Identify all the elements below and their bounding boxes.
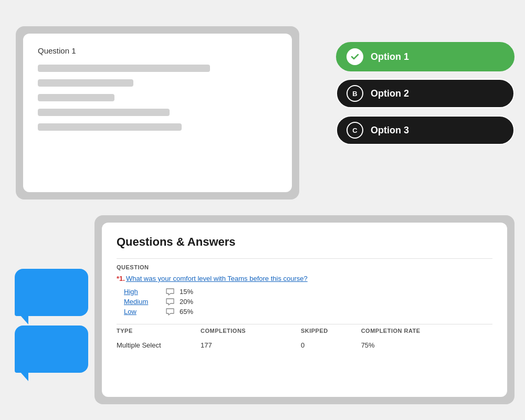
quiz-card-title: Question 1 <box>38 46 277 55</box>
qa-answer-pct-medium: 20% <box>180 298 193 306</box>
comment-icon-1 <box>166 288 174 296</box>
stats-col-skipped: SKIPPED <box>301 324 361 338</box>
qa-answer-row-1: High 15% <box>124 288 492 296</box>
quiz-card: Question 1 <box>23 34 292 192</box>
quiz-line-4 <box>38 109 170 116</box>
chat-bubble-2 <box>15 326 88 373</box>
stats-col-rate: COMPLETION RATE <box>361 324 492 338</box>
option-1[interactable]: Option 1 <box>336 42 514 71</box>
qa-divider-top <box>117 258 492 259</box>
option-1-label: Option 1 <box>371 51 409 62</box>
qa-answer-link-low[interactable]: Low <box>124 308 161 316</box>
stats-col-type: TYPE <box>117 324 201 338</box>
option-2[interactable]: B Option 2 <box>336 79 514 108</box>
stats-data-row: Multiple Select 177 0 75% <box>117 337 492 353</box>
option-3[interactable]: C Option 3 <box>336 116 514 145</box>
qa-question-link[interactable]: What was your comfort level with Teams b… <box>126 275 308 282</box>
qa-stats-table: TYPE COMPLETIONS SKIPPED COMPLETION RATE… <box>117 324 492 353</box>
qa-question-row: *1. What was your comfort level with Tea… <box>117 275 492 282</box>
stats-col-completions: COMPLETIONS <box>201 324 301 338</box>
stats-skipped-value: 0 <box>301 337 361 353</box>
options-panel: Option 1 B Option 2 C Option 3 <box>336 42 514 145</box>
stats-type-value: Multiple Select <box>117 337 201 353</box>
qa-title: Questions & Answers <box>117 235 492 249</box>
quiz-line-3 <box>38 94 114 101</box>
qa-answer-link-medium[interactable]: Medium <box>124 298 161 306</box>
qa-answer-link-high[interactable]: High <box>124 288 161 296</box>
stats-completions-value: 177 <box>201 337 301 353</box>
qa-question-num: *1. <box>117 275 125 282</box>
qa-col-header: QUESTION <box>117 264 492 270</box>
qa-answer-row-2: Medium 20% <box>124 298 492 306</box>
qa-card: Questions & Answers QUESTION *1. What wa… <box>102 223 507 397</box>
qa-answer-pct-high: 15% <box>180 288 193 296</box>
quiz-line-5 <box>38 123 182 131</box>
qa-answers: High 15% Medium 2 <box>124 288 492 316</box>
quiz-line-2 <box>38 79 133 87</box>
quiz-line-1 <box>38 65 210 72</box>
qa-answer-pct-low: 65% <box>180 308 193 316</box>
chat-bubbles <box>15 269 88 373</box>
qa-answer-row-3: Low 65% <box>124 308 492 316</box>
option-3-label: Option 3 <box>371 125 409 136</box>
option-2-icon: B <box>346 85 363 102</box>
option-2-label: Option 2 <box>371 88 409 99</box>
quiz-card-wrapper: Question 1 <box>16 26 299 200</box>
comment-icon-3 <box>166 308 174 316</box>
option-3-icon: C <box>346 122 363 139</box>
chat-bubble-1 <box>15 269 88 316</box>
comment-icon-2 <box>166 298 174 306</box>
qa-card-wrapper: Questions & Answers QUESTION *1. What wa… <box>94 215 514 404</box>
scene: Question 1 Option 1 B Option 2 C Opti <box>0 0 525 420</box>
stats-rate-value: 75% <box>361 337 492 353</box>
option-1-icon <box>346 48 363 65</box>
